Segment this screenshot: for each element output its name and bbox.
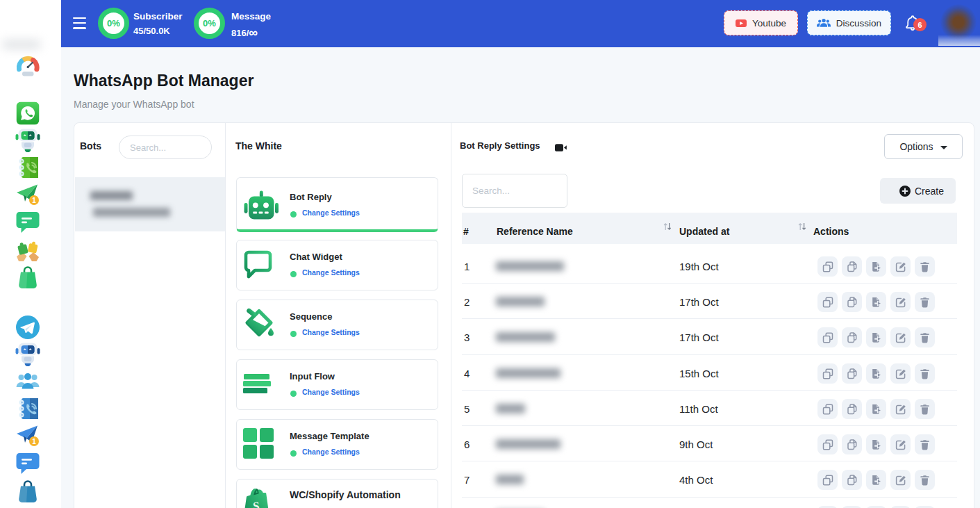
svg-text:S: S	[253, 499, 260, 508]
svg-text:1: 1	[32, 197, 36, 204]
svg-text:1: 1	[32, 438, 36, 445]
